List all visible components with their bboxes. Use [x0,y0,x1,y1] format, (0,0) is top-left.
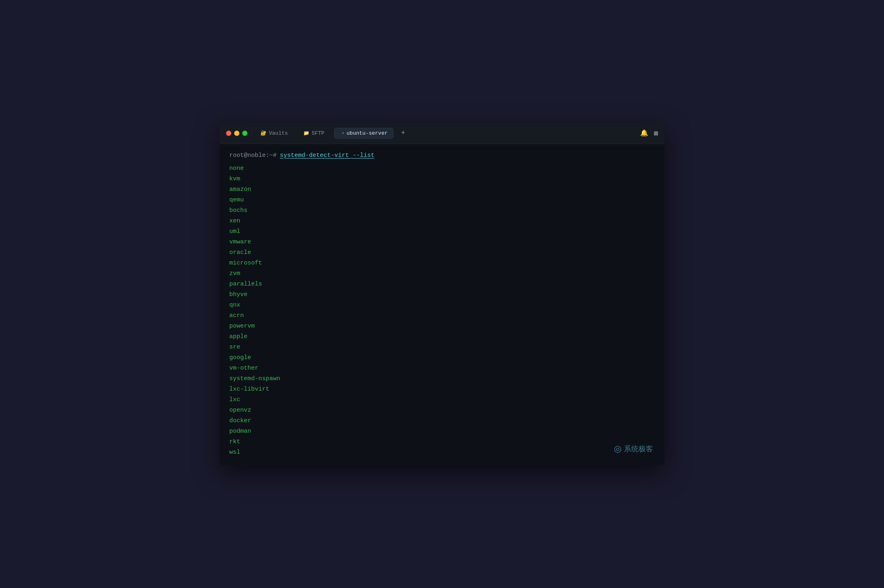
traffic-lights [226,131,247,136]
list-item: lxc-libvirt [229,385,655,394]
list-item: podman [229,427,655,436]
list-item: oracle [229,248,655,258]
watermark: ◎ 系统极客 [614,444,653,454]
list-item: acrn [229,311,655,321]
list-item: google [229,353,655,363]
list-item: powervm [229,321,655,331]
watermark-text: 系统极客 [624,444,653,454]
prompt-line: root@noble:~# systemd-detect-virt --list [229,152,655,159]
list-item: docker [229,416,655,426]
sftp-icon: 📁 [303,130,309,136]
tab-vaults[interactable]: 🔐 Vaults [255,128,294,138]
list-item: xen [229,216,655,226]
tab-vaults-label: Vaults [269,130,288,136]
list-item: vmware [229,237,655,247]
list-item: vm-other [229,364,655,373]
list-item: parallels [229,279,655,289]
tab-sftp-label: SFTP [312,130,324,136]
list-item: lxc [229,395,655,405]
list-item: zvm [229,269,655,279]
bell-icon[interactable]: 🔔 [640,129,648,137]
list-item: bochs [229,206,655,216]
tab-ubuntu-server[interactable]: ✕ ubuntu-server [334,128,393,139]
list-item: qemu [229,195,655,205]
list-item: kvm [229,174,655,184]
list-item: rkt [229,437,655,447]
list-item: uml [229,227,655,237]
list-item: qnx [229,300,655,310]
terminal-window: 🔐 Vaults 📁 SFTP ✕ ubuntu-server + 🔔 ▦ ro… [220,123,664,465]
tab-ubuntu-label: ubuntu-server [347,130,387,136]
titlebar: 🔐 Vaults 📁 SFTP ✕ ubuntu-server + 🔔 ▦ [220,123,664,144]
prompt-command: systemd-detect-virt --list [280,152,374,159]
terminal-body: root@noble:~# systemd-detect-virt --list… [220,144,664,465]
tab-close-icon[interactable]: ✕ [342,131,344,135]
list-item: sre [229,343,655,352]
close-button[interactable] [226,131,231,136]
new-tab-button[interactable]: + [398,128,408,138]
list-item: bhyve [229,290,655,300]
watermark-icon: ◎ [614,444,622,454]
prompt-user: root@noble:~# [229,152,277,159]
list-item: openvz [229,406,655,415]
layout-icon[interactable]: ▦ [654,129,658,137]
list-item: microsoft [229,258,655,268]
list-item: none [229,164,655,173]
list-item: apple [229,332,655,342]
list-item: amazon [229,185,655,195]
vaults-icon: 🔐 [260,130,266,136]
maximize-button[interactable] [242,131,247,136]
minimize-button[interactable] [234,131,239,136]
tab-sftp[interactable]: 📁 SFTP [298,128,330,138]
titlebar-right: 🔔 ▦ [640,129,658,137]
list-item: systemd-nspawn [229,374,655,384]
output-list: nonekvmamazonqemubochsxenumlvmwareoracle… [229,164,655,457]
list-item: wsl [229,448,655,457]
